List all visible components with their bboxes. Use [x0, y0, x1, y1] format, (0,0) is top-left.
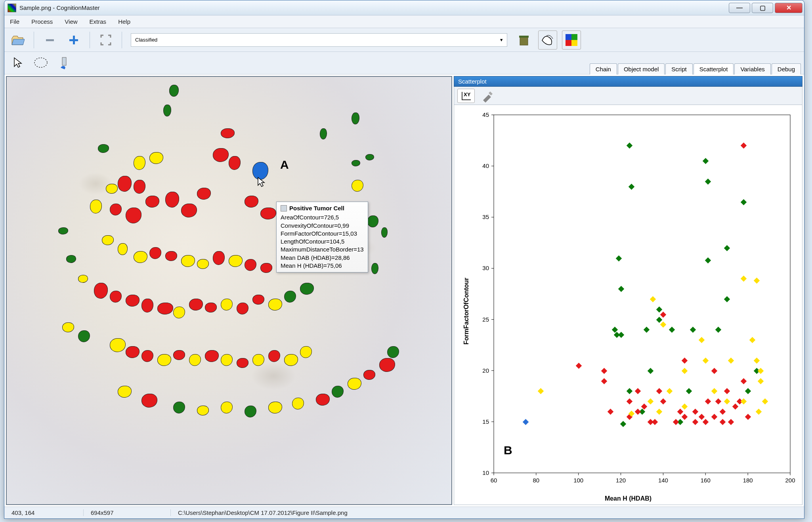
annotation-B: B [504, 444, 512, 457]
plus-button[interactable] [64, 30, 83, 50]
content-area: A Positive Tumor Cell AreaOfContour=726,… [4, 74, 804, 507]
tooltip-icon [281, 205, 287, 211]
scatter-chart: 60801001201401601802001015202530354045 B [472, 111, 796, 495]
chevron-down-icon: ▾ [500, 37, 503, 43]
tab-object-model[interactable]: Object model [618, 63, 665, 74]
svg-rect-2 [69, 39, 78, 41]
layer-dropdown[interactable]: Classified ▾ [131, 33, 507, 47]
svg-rect-0 [46, 39, 54, 41]
tab-scatterplot[interactable]: Scatterplot [694, 63, 734, 74]
tool-toolbar [4, 52, 587, 74]
svg-text:15: 15 [482, 418, 489, 425]
svg-rect-5 [566, 34, 571, 40]
colormap-icon [565, 33, 578, 47]
tooltip-row: Mean DAB (HDAB)=28,86 [281, 254, 364, 262]
svg-text:160: 160 [701, 477, 711, 484]
settings-button[interactable] [478, 86, 497, 105]
titlebar[interactable]: Sample.png - CognitionMaster — ▢ ✕ [4, 0, 804, 15]
svg-text:80: 80 [533, 477, 540, 484]
tooltip-title: Positive Tumor Cell [289, 204, 344, 212]
fit-icon [100, 34, 112, 46]
panel-toolbar: XY [454, 87, 802, 105]
svg-rect-6 [571, 34, 577, 40]
svg-text:10: 10 [482, 469, 489, 476]
svg-rect-10 [62, 57, 66, 65]
main-toolbar: Classified ▾ [4, 28, 804, 52]
app-icon [8, 4, 16, 12]
lasso-icon [33, 56, 49, 70]
panel-title: Scatterplot [454, 76, 802, 87]
dropdown-value: Classified [135, 37, 157, 43]
fit-button[interactable] [96, 30, 115, 50]
pointer-icon [13, 57, 23, 69]
side-tabs: Chain Object model Script Scatterplot Va… [587, 52, 804, 74]
image-view[interactable]: A Positive Tumor Cell AreaOfContour=726,… [6, 76, 452, 505]
tab-chain[interactable]: Chain [590, 63, 617, 74]
tooltip-row: MaximumDistanceToBorder=13 [281, 246, 364, 253]
maximize-button[interactable]: ▢ [752, 3, 773, 13]
regions-icon [541, 33, 554, 47]
minimize-button[interactable]: — [729, 3, 750, 13]
close-button[interactable]: ✕ [775, 3, 802, 13]
xy-axes-button[interactable]: XY [457, 89, 475, 103]
pointer-tool[interactable] [8, 53, 27, 72]
tooltip-row: Mean H (HDAB)=75,06 [281, 262, 364, 270]
x-axis-label: Mean H (HDAB) [605, 495, 652, 502]
svg-text:100: 100 [573, 477, 583, 484]
svg-rect-4 [519, 36, 529, 38]
window-title: Sample.png - CognitionMaster [19, 4, 729, 11]
lasso-tool[interactable] [31, 53, 50, 72]
xy-icon: XY [460, 90, 472, 101]
menubar: File Process View Extras Help [4, 15, 804, 28]
paint-tool[interactable] [54, 53, 73, 72]
menu-view[interactable]: View [65, 18, 77, 25]
tooltip-row: LengthOfContour=104,5 [281, 238, 364, 246]
tools-icon [481, 89, 494, 103]
minus-button[interactable] [40, 30, 59, 50]
menu-file[interactable]: File [10, 18, 19, 25]
svg-text:45: 45 [482, 111, 489, 118]
svg-text:140: 140 [658, 477, 668, 484]
svg-rect-8 [571, 40, 577, 46]
paint-tube-icon [57, 56, 71, 70]
svg-text:200: 200 [785, 477, 795, 484]
tab-variables[interactable]: Variables [734, 63, 770, 74]
tab-script[interactable]: Script [665, 63, 692, 74]
trash-button[interactable] [514, 30, 533, 50]
microscopy-image [7, 77, 451, 504]
trash-icon [517, 33, 531, 47]
status-coords: 403, 164 [4, 509, 84, 516]
annotation-A: A [280, 158, 289, 171]
chart-axes: 60801001201401601802001015202530354045 [472, 111, 796, 495]
cursor-icon [256, 177, 266, 188]
colormap-button[interactable] [562, 30, 581, 50]
menu-extras[interactable]: Extras [90, 18, 107, 25]
tooltip-row: ConvexityOfContour=0,99 [281, 222, 364, 230]
regions-button[interactable] [538, 30, 557, 50]
folder-open-icon [11, 34, 25, 46]
menu-help[interactable]: Help [118, 18, 130, 25]
svg-text:60: 60 [491, 477, 497, 484]
status-path: C:\Users\Stephan\Desktop\CM 17.07.2012\F… [171, 509, 804, 516]
tooltip-row: AreaOfContour=726,5 [281, 213, 364, 221]
open-file-button[interactable] [8, 30, 27, 50]
menu-process[interactable]: Process [31, 18, 53, 25]
plus-icon [68, 34, 79, 46]
svg-text:35: 35 [482, 213, 489, 220]
svg-rect-3 [520, 37, 528, 45]
statusbar: 403, 164 694x597 C:\Users\Stephan\Deskto… [4, 507, 804, 518]
minus-icon [44, 34, 55, 46]
y-axis-label: FormFactorOfContour [463, 278, 470, 345]
svg-text:180: 180 [743, 477, 753, 484]
chart-area[interactable]: FormFactorOfContour Mean H (HDAB) 608010… [454, 105, 802, 505]
scatterplot-panel: Scatterplot XY FormFactorOfContour Mean … [454, 76, 802, 505]
status-dims: 694x597 [84, 509, 171, 516]
tab-debug[interactable]: Debug [772, 63, 801, 74]
svg-rect-12 [494, 115, 790, 473]
svg-text:20: 20 [482, 367, 489, 374]
svg-point-9 [34, 58, 47, 67]
svg-text:120: 120 [616, 477, 626, 484]
svg-text:XY: XY [464, 91, 471, 97]
object-tooltip: Positive Tumor Cell AreaOfContour=726,5 … [276, 202, 368, 272]
svg-text:40: 40 [482, 162, 489, 169]
